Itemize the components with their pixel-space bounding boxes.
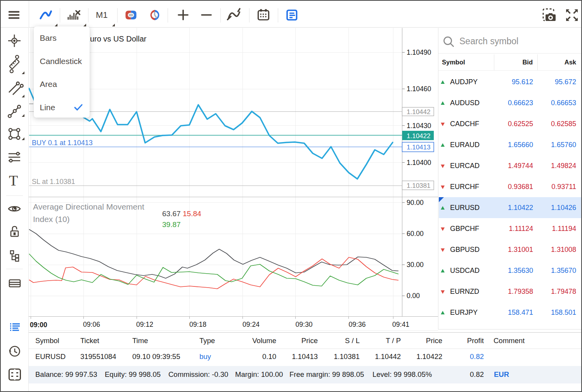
svg-text:1.10490: 1.10490 <box>407 49 431 56</box>
svg-text:09:06: 09:06 <box>83 321 100 328</box>
svg-text:1.10422: 1.10422 <box>407 132 430 140</box>
svg-text:T: T <box>9 172 18 189</box>
svg-text:39.87: 39.87 <box>162 220 181 229</box>
svg-text:BUY 0.1 at 1.10413: BUY 0.1 at 1.10413 <box>32 139 93 147</box>
svg-text:Average Directional Movement: Average Directional Movement <box>33 202 144 211</box>
svg-text:60.00: 60.00 <box>407 230 424 238</box>
svg-text:15.84: 15.84 <box>183 210 201 218</box>
svg-text:Index (10): Index (10) <box>33 215 70 224</box>
svg-text:09:00: 09:00 <box>30 321 47 329</box>
svg-text:1.10430: 1.10430 <box>407 122 431 130</box>
svg-text:09:41: 09:41 <box>392 321 409 328</box>
svg-text:0.00: 0.00 <box>407 292 420 300</box>
svg-text:63.67: 63.67 <box>162 210 181 218</box>
svg-text:SL at 1.10381: SL at 1.10381 <box>32 178 75 186</box>
svg-text:30.00: 30.00 <box>407 261 424 269</box>
svg-text:09:30: 09:30 <box>296 321 313 328</box>
svg-text:1.10381: 1.10381 <box>407 182 430 189</box>
svg-text:09:12: 09:12 <box>136 321 153 328</box>
svg-text:09:24: 09:24 <box>242 321 260 328</box>
svg-text:1.10413: 1.10413 <box>407 144 430 151</box>
svg-text:09:36: 09:36 <box>349 321 366 328</box>
svg-text:1.10460: 1.10460 <box>407 85 431 93</box>
svg-text:1.10442: 1.10442 <box>407 108 430 116</box>
svg-text:1.10400: 1.10400 <box>407 159 431 167</box>
svg-text:09:18: 09:18 <box>189 321 206 328</box>
svg-text:90.00: 90.00 <box>407 199 424 206</box>
svg-text:M1: M1 <box>96 10 108 20</box>
